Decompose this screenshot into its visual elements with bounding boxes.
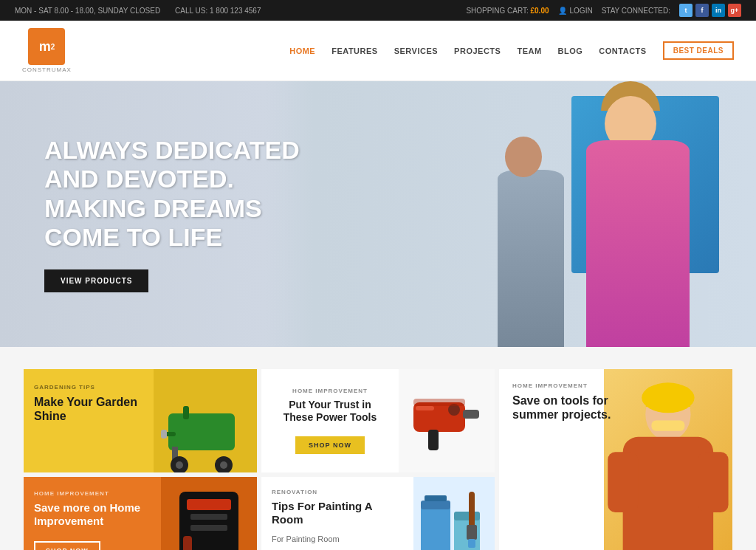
svg-rect-24 bbox=[190, 525, 227, 531]
svg-rect-35 bbox=[467, 525, 477, 540]
svg-point-20 bbox=[642, 382, 694, 413]
logo-subtitle: CONSTRUMAX bbox=[22, 66, 72, 73]
card5-subtitle: For Painting Room bbox=[272, 534, 403, 545]
card4-category: HOME IMPROVEMENT bbox=[34, 490, 151, 497]
card-gardening: GARDENING TIPS Make Your Garden Shine bbox=[24, 369, 257, 472]
card2-category: HOME IMPROVEMENT bbox=[273, 388, 387, 394]
phone-number: CALL US: 1 800 123 4567 bbox=[175, 7, 261, 15]
svg-rect-30 bbox=[425, 495, 447, 501]
cards-grid: GARDENING TIPS Make Your Garden Shine bbox=[24, 369, 732, 550]
nav-team[interactable]: TEAM bbox=[517, 47, 541, 55]
logo-icon: m2 bbox=[28, 28, 65, 65]
svg-rect-32 bbox=[454, 512, 480, 520]
svg-point-6 bbox=[220, 461, 227, 469]
linkedin-icon[interactable]: in bbox=[712, 4, 725, 17]
svg-rect-28 bbox=[421, 506, 450, 550]
card5-title: Tips For Painting A Room bbox=[272, 500, 403, 526]
card4-shop-button[interactable]: SHOP NOW bbox=[34, 541, 100, 550]
card-summer: HOME IMPROVEMENT Save on tools for summe… bbox=[499, 369, 732, 550]
svg-rect-12 bbox=[416, 406, 434, 410]
nav-contacts[interactable]: CONTACTS bbox=[599, 47, 646, 55]
svg-rect-29 bbox=[421, 501, 450, 509]
svg-rect-19 bbox=[652, 420, 685, 430]
twitter-icon[interactable]: t bbox=[679, 4, 693, 17]
cart-label: SHOPPING CART: £0.00 bbox=[466, 7, 549, 15]
business-hours: MON - SAT 8.00 - 18.00, SUNDAY CLOSED bbox=[15, 7, 160, 15]
hero-section: ALWAYS DEDICATED AND DEVOTED. MAKING DRE… bbox=[0, 81, 756, 347]
card-powertools: HOME IMPROVEMENT Put Your Trust in These… bbox=[261, 369, 495, 472]
heat-gun-icon bbox=[410, 384, 484, 458]
card5-image bbox=[413, 477, 495, 550]
best-deals-button[interactable]: BEST DEALS bbox=[663, 41, 734, 60]
svg-rect-11 bbox=[463, 410, 479, 419]
figure-female bbox=[564, 96, 712, 347]
card4-title: Save more on Home Improvement bbox=[34, 501, 151, 528]
card5-category: RENOVATION bbox=[272, 489, 403, 495]
cards-section: GARDENING TIPS Make Your Garden Shine bbox=[0, 347, 756, 550]
card1-image bbox=[154, 369, 257, 472]
card-painting: RENOVATION Tips For Painting A Room For … bbox=[261, 477, 495, 550]
svg-rect-17 bbox=[608, 452, 638, 512]
card2-image bbox=[399, 369, 495, 472]
view-products-button[interactable]: VIEW PRODUCTS bbox=[44, 269, 148, 292]
googleplus-icon[interactable]: g+ bbox=[728, 4, 741, 17]
router-icon bbox=[165, 484, 253, 550]
top-bar: MON - SAT 8.00 - 18.00, SUNDAY CLOSED CA… bbox=[0, 0, 756, 21]
card2-shop-button[interactable]: SHOP NOW bbox=[295, 436, 365, 454]
header: m2 CONSTRUMAX HOME FEATURES SERVICES PRO… bbox=[0, 21, 756, 81]
stay-connected-label: STAY CONNECTED: bbox=[602, 7, 670, 15]
login-link[interactable]: 👤 LOGIN bbox=[558, 7, 593, 15]
hero-title: ALWAYS DEDICATED AND DEVOTED. MAKING DRE… bbox=[44, 136, 300, 251]
lawnmower-icon bbox=[161, 399, 250, 472]
card1-title: Make Your Garden Shine bbox=[34, 395, 143, 423]
social-icons: t f in g+ bbox=[679, 4, 741, 17]
svg-rect-14 bbox=[413, 399, 465, 406]
svg-rect-18 bbox=[698, 452, 729, 512]
svg-point-4 bbox=[176, 461, 183, 469]
nav-projects[interactable]: PROJECTS bbox=[454, 47, 501, 55]
svg-rect-1 bbox=[183, 406, 189, 419]
nav-services[interactable]: SERVICES bbox=[394, 47, 438, 55]
card3-title: Save on tools for summer projects. bbox=[512, 393, 614, 422]
paint-items-icon bbox=[413, 484, 495, 550]
card3-category: HOME IMPROVEMENT bbox=[512, 382, 614, 389]
facebook-icon[interactable]: f bbox=[695, 4, 709, 17]
nav-features[interactable]: FEATURES bbox=[331, 47, 377, 55]
svg-rect-27 bbox=[183, 536, 192, 550]
main-nav: HOME FEATURES SERVICES PROJECTS TEAM BLO… bbox=[289, 41, 734, 60]
svg-rect-10 bbox=[428, 430, 439, 450]
svg-rect-22 bbox=[187, 499, 231, 510]
svg-rect-23 bbox=[190, 514, 227, 520]
card4-image bbox=[161, 477, 257, 550]
nav-home[interactable]: HOME bbox=[289, 47, 315, 55]
hero-content: ALWAYS DEDICATED AND DEVOTED. MAKING DRE… bbox=[0, 136, 344, 292]
svg-rect-0 bbox=[168, 413, 235, 450]
card2-title: Put Your Trust in These Power Tools bbox=[273, 399, 387, 424]
svg-rect-34 bbox=[469, 492, 475, 529]
card-home-improvement: HOME IMPROVEMENT Save more on Home Impro… bbox=[24, 477, 257, 550]
svg-rect-8 bbox=[161, 430, 167, 439]
cart-amount[interactable]: £0.00 bbox=[530, 7, 549, 15]
nav-blog[interactable]: BLOG bbox=[558, 47, 583, 55]
card1-category: GARDENING TIPS bbox=[34, 384, 143, 391]
svg-rect-36 bbox=[468, 539, 475, 548]
user-icon: 👤 bbox=[558, 7, 567, 15]
logo[interactable]: m2 CONSTRUMAX bbox=[22, 28, 72, 73]
